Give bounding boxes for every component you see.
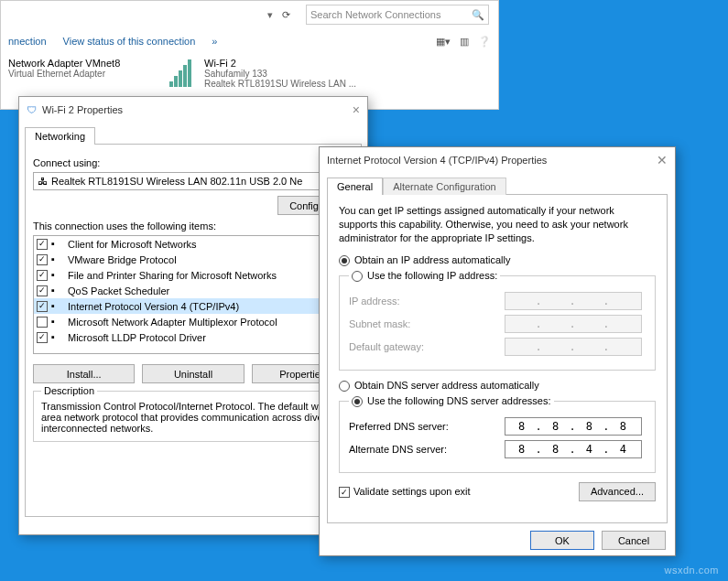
radio-ip-auto[interactable]: Obtain an IP address automatically <box>339 254 656 266</box>
checkbox-icon[interactable] <box>37 317 48 328</box>
checkbox-icon[interactable]: ✓ <box>37 239 48 250</box>
component-icon: ▪ <box>51 331 64 344</box>
list-item-label: VMware Bridge Protocol <box>68 254 177 265</box>
component-icon: ▪ <box>51 300 64 313</box>
validate-checkbox[interactable]: ✓Validate settings upon exit <box>339 486 471 498</box>
wifi-adapter: Realtek RTL8191SU Wireless LAN ... <box>204 79 356 89</box>
checkbox-icon[interactable]: ✓ <box>37 285 48 296</box>
tcpip-properties-dialog: Internet Protocol Version 4 (TCP/IPv4) P… <box>319 146 676 556</box>
adapter-title: Network Adapter VMnet8 <box>8 58 155 69</box>
search-input[interactable]: Search Network Connections 🔍 <box>306 5 489 25</box>
list-item-label: Microsoft Network Adapter Multiplexor Pr… <box>68 317 277 328</box>
list-item[interactable]: ✓▪Internet Protocol Version 4 (TCP/IPv4) <box>34 298 353 314</box>
description-group: Description Transmission Control Protoco… <box>33 391 353 442</box>
list-item-label: QoS Packet Scheduler <box>68 285 169 296</box>
description-text: Transmission Control Protocol/Internet P… <box>41 401 345 434</box>
install-button[interactable]: Install... <box>33 364 135 383</box>
tab-alternate-configuration[interactable]: Alternate Configuration <box>383 178 506 195</box>
tab-general[interactable]: General <box>327 178 383 195</box>
dialog-title: Internet Protocol Version 4 (TCP/IPv4) P… <box>327 155 547 166</box>
list-item-label: Client for Microsoft Networks <box>68 239 197 250</box>
component-icon: ▪ <box>51 316 64 328</box>
checkbox-icon[interactable]: ✓ <box>37 254 48 265</box>
checkbox-icon: ✓ <box>339 487 350 498</box>
list-item[interactable]: ✓▪QoS Packet Scheduler <box>34 283 353 298</box>
description-legend: Description <box>41 385 97 396</box>
component-icon: ▪ <box>51 238 64 251</box>
command-toolbar: nnection View status of this connection … <box>1 28 498 54</box>
subnet-mask-input: . . . <box>505 315 642 333</box>
radio-dns-auto[interactable]: Obtain DNS server address automatically <box>339 380 656 392</box>
wifi-icon: 🛡 <box>27 104 37 115</box>
network-connections-window: ▾ ⟳ Search Network Connections 🔍 nnectio… <box>0 0 499 110</box>
dialog-title: Wi-Fi 2 Properties <box>42 104 123 115</box>
list-item[interactable]: ✓▪Client for Microsoft Networks <box>34 236 353 252</box>
refresh-icon[interactable]: ⟳ <box>282 9 300 21</box>
component-icon: ▪ <box>51 285 64 297</box>
close-icon[interactable]: × <box>353 102 360 117</box>
radio-icon <box>339 381 350 392</box>
subnet-mask-label: Subnet mask: <box>349 318 505 329</box>
dialog-titlebar: 🛡 Wi-Fi 2 Properties × <box>19 97 367 123</box>
radio-icon <box>339 255 350 266</box>
intro-text: You can get IP settings assigned automat… <box>339 204 656 245</box>
list-item[interactable]: ✓▪Microsoft LLDP Protocol Driver <box>34 329 353 345</box>
wifi-properties-dialog: 🛡 Wi-Fi 2 Properties × Networking Connec… <box>18 96 368 535</box>
items-label: This connection uses the following items… <box>33 221 353 231</box>
adapter-wifi2[interactable]: Wi-Fi 2 Sahufamily 133 Realtek RTL8191SU… <box>169 58 356 89</box>
help-icon[interactable]: ❔ <box>478 36 491 48</box>
breadcrumb-dropdown-icon[interactable]: ▾ <box>264 5 277 24</box>
radio-icon <box>352 271 363 282</box>
radio-icon <box>352 396 363 407</box>
cmd-connection[interactable]: nnection <box>8 36 47 47</box>
gateway-input: . . . <box>505 338 642 356</box>
details-icon[interactable]: ▥ <box>460 36 469 48</box>
uninstall-button[interactable]: Uninstall <box>142 364 244 383</box>
tab-networking[interactable]: Networking <box>25 127 95 145</box>
component-icon: ▪ <box>51 269 64 282</box>
list-item-label: Microsoft LLDP Protocol Driver <box>68 332 206 343</box>
radio-dns-manual[interactable]: Use the following DNS server addresses: <box>349 395 554 407</box>
components-list[interactable]: ✓▪Client for Microsoft Networks✓▪VMware … <box>33 235 353 354</box>
chevron-down-icon[interactable]: » <box>212 36 217 47</box>
cancel-button[interactable]: Cancel <box>602 531 666 550</box>
address-toolbar: ▾ ⟳ Search Network Connections 🔍 <box>1 1 498 28</box>
dns-alternate-label: Alternate DNS server: <box>349 444 505 455</box>
adapter-field[interactable]: 🖧 Realtek RTL8191SU Wireless LAN 802.11n… <box>33 172 353 190</box>
search-icon: 🔍 <box>472 9 484 21</box>
list-item[interactable]: ▪Microsoft Network Adapter Multiplexor P… <box>34 314 353 329</box>
adapter-name: Realtek RTL8191SU Wireless LAN 802.11n U… <box>51 176 302 187</box>
gateway-label: Default gateway: <box>349 341 505 352</box>
wifi-ssid: Sahufamily 133 <box>204 69 356 79</box>
dns-preferred-input[interactable]: 8 . 8 . 8 . 8 <box>505 417 642 436</box>
tab-strip: Networking <box>19 123 367 144</box>
ip-address-label: IP address: <box>349 296 505 307</box>
wifi-signal-icon <box>169 58 199 87</box>
watermark: wsxdn.com <box>664 565 719 576</box>
close-icon[interactable]: ✕ <box>657 153 668 167</box>
list-item[interactable]: ✓▪File and Printer Sharing for Microsoft… <box>34 267 353 283</box>
view-icon[interactable]: ▦▾ <box>436 36 451 48</box>
dns-preferred-label: Preferred DNS server: <box>349 421 505 432</box>
list-item-label: Internet Protocol Version 4 (TCP/IPv4) <box>68 301 239 312</box>
checkbox-icon[interactable]: ✓ <box>37 270 48 281</box>
radio-ip-manual[interactable]: Use the following IP address: <box>349 270 500 282</box>
cmd-view-status[interactable]: View status of this connection <box>63 36 196 47</box>
connect-using-label: Connect using: <box>33 157 353 168</box>
ok-button[interactable]: OK <box>530 531 594 550</box>
search-placeholder: Search Network Connections <box>310 9 440 20</box>
dialog-titlebar: Internet Protocol Version 4 (TCP/IPv4) P… <box>320 147 675 173</box>
component-icon: ▪ <box>51 253 64 266</box>
advanced-button[interactable]: Advanced... <box>579 482 656 501</box>
ip-address-input: . . . <box>505 292 642 310</box>
dns-alternate-input[interactable]: 8 . 8 . 4 . 4 <box>505 440 642 458</box>
list-item-label: File and Printer Sharing for Microsoft N… <box>68 270 277 281</box>
adapter-vmnet8[interactable]: Network Adapter VMnet8 Virtual Ethernet … <box>8 58 155 89</box>
network-adapter-icon: 🖧 <box>38 176 48 187</box>
checkbox-icon[interactable]: ✓ <box>37 332 48 343</box>
list-item[interactable]: ✓▪VMware Bridge Protocol <box>34 252 353 267</box>
checkbox-icon[interactable]: ✓ <box>37 301 48 312</box>
wifi-title: Wi-Fi 2 <box>204 58 356 69</box>
adapter-subtitle: Virtual Ethernet Adapter <box>8 69 155 79</box>
